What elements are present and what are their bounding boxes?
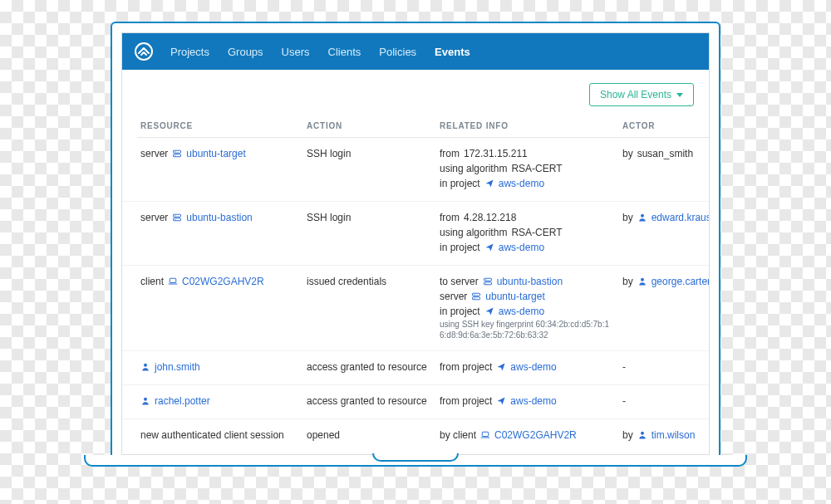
user-icon bbox=[140, 362, 150, 372]
resource-link[interactable]: john.smith bbox=[155, 360, 200, 374]
resource-link[interactable]: ubuntu-bastion bbox=[186, 210, 252, 225]
cell-resource: serverubuntu-target bbox=[137, 138, 303, 201]
project-icon bbox=[484, 179, 494, 188]
table-row: serverubuntu-bastionSSH loginfrom4.28.12… bbox=[122, 202, 709, 266]
cell-resource: john.smith bbox=[137, 351, 303, 384]
actor-value: susan_smith bbox=[637, 146, 693, 161]
actor-value[interactable]: george.carter bbox=[652, 274, 710, 289]
cell-actor: bytim.wilson bbox=[619, 419, 710, 453]
cell-resource: new authenticated client session bbox=[137, 419, 303, 453]
action-text: access granted to resource bbox=[307, 361, 427, 373]
label-by-client: by client bbox=[440, 428, 476, 443]
table-body: serverubuntu-targetSSH loginfrom172.31.1… bbox=[122, 138, 709, 453]
cell-actor: bygeorge.carter bbox=[619, 266, 710, 350]
col-related: RELATED INFO bbox=[436, 113, 619, 138]
cell-resource: rachel.potter bbox=[137, 385, 303, 418]
nav-item-events[interactable]: Events bbox=[435, 46, 470, 58]
events-table: RESOURCE ACTION RELATED INFO ACTOR serve… bbox=[122, 113, 709, 453]
cell-related: to serverubuntu-bastionserverubuntu-targ… bbox=[436, 266, 619, 350]
project-link[interactable]: aws-demo bbox=[510, 360, 556, 374]
resource-type-label: client bbox=[140, 274, 164, 289]
actor-value[interactable]: tim.wilson bbox=[652, 428, 696, 443]
cell-related: by clientC02WG2GAHV2R bbox=[436, 419, 619, 453]
action-text: SSH login bbox=[307, 148, 351, 159]
cell-related: from projectaws-demo bbox=[436, 351, 619, 384]
label-algo: using algorithm bbox=[440, 225, 507, 240]
nav-item-projects[interactable]: Projects bbox=[170, 46, 209, 58]
cell-resource: clientC02WG2GAHV2R bbox=[137, 266, 303, 350]
action-text: opened bbox=[307, 429, 340, 441]
label-project: from project bbox=[440, 394, 492, 409]
laptop-icon bbox=[480, 430, 490, 440]
cell-action: access granted to resource bbox=[303, 385, 436, 418]
logo-icon bbox=[134, 42, 154, 61]
cell-actor: byedward.krause bbox=[619, 202, 710, 265]
cell-related: from projectaws-demo bbox=[436, 385, 619, 418]
label-algo: using algorithm bbox=[440, 161, 507, 176]
label-by: by bbox=[622, 274, 633, 289]
resource-link[interactable]: ubuntu-target bbox=[186, 146, 245, 161]
label-server: server bbox=[440, 289, 467, 304]
label-by: by bbox=[622, 146, 633, 161]
chevron-down-icon bbox=[676, 93, 683, 97]
nav-item-clients[interactable]: Clients bbox=[328, 46, 361, 58]
cell-action: SSH login bbox=[303, 202, 436, 265]
nav-items: ProjectsGroupsUsersClientsPoliciesEvents bbox=[170, 46, 470, 58]
project-icon bbox=[496, 362, 506, 372]
server-icon bbox=[172, 213, 182, 223]
laptop-frame: ProjectsGroupsUsersClientsPoliciesEvents… bbox=[111, 22, 720, 457]
cell-resource: serverubuntu-bastion bbox=[137, 202, 303, 265]
resource-link[interactable]: C02WG2GAHV2R bbox=[182, 274, 264, 289]
user-icon bbox=[140, 396, 150, 406]
resource-type-label: server bbox=[140, 146, 168, 161]
project-link[interactable]: aws-demo bbox=[499, 304, 544, 319]
action-text: issued credentials bbox=[307, 276, 386, 287]
actor-value[interactable]: edward.krause bbox=[652, 210, 710, 225]
table-row: john.smithaccess granted to resourcefrom… bbox=[122, 351, 709, 385]
cell-action: access granted to resource bbox=[303, 351, 436, 384]
label-project: from project bbox=[440, 360, 492, 374]
col-actor: ACTOR bbox=[619, 113, 710, 138]
project-icon bbox=[484, 242, 494, 252]
label-server: to server bbox=[440, 274, 479, 289]
label-from: from bbox=[440, 210, 460, 225]
cell-action: issued credentials bbox=[303, 266, 436, 350]
resource-link[interactable]: rachel.potter bbox=[155, 394, 210, 409]
label-project: in project bbox=[440, 240, 480, 255]
resource-text: new authenticated client session bbox=[140, 428, 284, 443]
algo-text: RSA-CERT bbox=[511, 225, 562, 240]
cell-related: from172.31.15.211using algorithmRSA-CERT… bbox=[436, 138, 619, 201]
server-link[interactable]: ubuntu-target bbox=[485, 289, 544, 304]
laptop-base bbox=[84, 455, 747, 467]
cell-actor: - bbox=[619, 351, 710, 384]
ip-text: 4.28.12.218 bbox=[464, 210, 516, 225]
actor-value: - bbox=[622, 360, 626, 374]
laptop-icon bbox=[168, 276, 178, 286]
toolbar: Show All Events bbox=[122, 70, 709, 113]
table-row: clientC02WG2GAHV2Rissued credentialsto s… bbox=[122, 266, 709, 351]
cell-action: SSH login bbox=[303, 138, 436, 201]
server-icon bbox=[483, 276, 493, 286]
col-resource: RESOURCE bbox=[137, 113, 303, 138]
project-link[interactable]: aws-demo bbox=[510, 394, 556, 409]
client-link[interactable]: C02WG2GAHV2R bbox=[494, 428, 577, 443]
nav-item-groups[interactable]: Groups bbox=[228, 46, 263, 58]
actor-value: - bbox=[622, 394, 626, 409]
server-icon bbox=[172, 149, 182, 159]
project-link[interactable]: aws-demo bbox=[499, 240, 544, 255]
table-row: serverubuntu-targetSSH loginfrom172.31.1… bbox=[122, 138, 709, 202]
algo-text: RSA-CERT bbox=[511, 161, 562, 176]
server-link[interactable]: ubuntu-bastion bbox=[497, 274, 563, 289]
col-action: ACTION bbox=[303, 113, 436, 138]
show-all-events-button[interactable]: Show All Events bbox=[589, 83, 694, 106]
label-by: by bbox=[622, 210, 633, 225]
navbar: ProjectsGroupsUsersClientsPoliciesEvents bbox=[122, 33, 709, 70]
ip-text: 172.31.15.211 bbox=[464, 146, 528, 161]
cell-actor: bysusan_smith bbox=[619, 138, 710, 201]
fingerprint-text: using SSH key fingerprint 60:34:2b:cd:d5… bbox=[440, 319, 616, 340]
label-project: in project bbox=[440, 304, 480, 319]
project-link[interactable]: aws-demo bbox=[499, 176, 544, 191]
laptop-notch bbox=[372, 453, 459, 462]
nav-item-users[interactable]: Users bbox=[282, 46, 310, 58]
nav-item-policies[interactable]: Policies bbox=[379, 46, 416, 58]
